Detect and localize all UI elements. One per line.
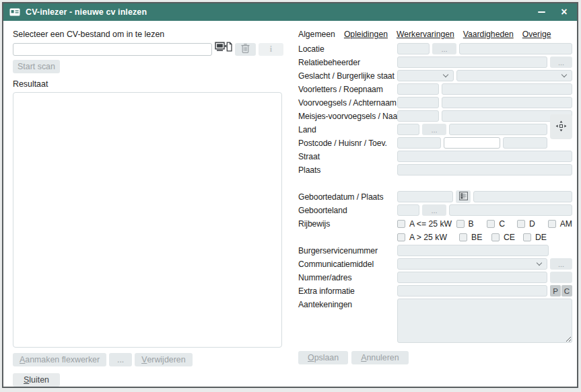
- checkbox-a-lte-25kw[interactable]: A <= 25 kW: [397, 219, 456, 229]
- move-address-button[interactable]: [550, 114, 572, 139]
- locatie-lookup-button[interactable]: ...: [432, 43, 456, 54]
- verwijderen-button[interactable]: Verwijderen: [135, 353, 192, 366]
- extra-informatie-c-button[interactable]: C: [561, 285, 572, 297]
- extra-informatie-p-button[interactable]: P: [550, 285, 561, 297]
- voorvoegsels-input[interactable]: [397, 97, 439, 108]
- plaats-input[interactable]: [397, 164, 572, 175]
- land-code-input[interactable]: [397, 124, 419, 135]
- checkbox-b[interactable]: B: [456, 219, 487, 229]
- field-row-communicatiemiddel: Communicatiemiddel ...: [298, 258, 572, 270]
- field-label-meisjesnaam: Meisjes-voorvoegsels / Naam: [298, 112, 397, 121]
- result-label: Resultaat: [13, 79, 283, 89]
- communicatiemiddel-select[interactable]: [397, 258, 547, 270]
- checkbox-de[interactable]: DE: [523, 233, 555, 242]
- browse-file-button[interactable]: [215, 42, 232, 56]
- checkbox-d[interactable]: D: [517, 219, 548, 229]
- select-file-label: Selecteer een CV-bestand om in te lezen: [13, 30, 283, 39]
- file-info-button[interactable]: i: [259, 43, 283, 56]
- footer-button-row: Opslaan Annuleren: [298, 351, 572, 364]
- checkbox-c[interactable]: C: [487, 219, 517, 229]
- chevron-down-icon: [537, 260, 542, 266]
- tab-algemeen[interactable]: Algemeen: [298, 30, 335, 39]
- huisnr-input[interactable]: [444, 137, 500, 149]
- field-label-postcode: Postcode / Huisnr / Toev.: [298, 139, 397, 148]
- sluiten-button[interactable]: Sluiten: [13, 373, 60, 387]
- straat-input[interactable]: [397, 151, 572, 162]
- cv-file-input[interactable]: [13, 43, 212, 56]
- chevron-down-icon: [443, 72, 448, 77]
- geboorteland-name-input[interactable]: [449, 204, 572, 216]
- toevoeging-input[interactable]: [503, 137, 547, 149]
- close-button[interactable]: ×: [558, 6, 570, 18]
- geboorteland-lookup-button[interactable]: ...: [422, 204, 446, 216]
- field-row-relatiebeheerder: Relatiebeheerder ...: [298, 56, 572, 68]
- voorletters-input[interactable]: [397, 83, 439, 95]
- field-row-postcode: Postcode / Huisnr / Toev.: [298, 137, 572, 149]
- nummer-adres-input[interactable]: [397, 272, 547, 283]
- field-label-voorletters: Voorletters / Roepnaam: [298, 85, 397, 94]
- minimize-button[interactable]: [535, 6, 547, 18]
- aanmaken-flexwerker-button[interactable]: Aanmaken flexwerker: [13, 353, 106, 366]
- land-name-input[interactable]: [449, 124, 547, 135]
- bsn-input[interactable]: [397, 245, 549, 256]
- field-label-land: Land: [298, 125, 397, 134]
- start-scan-button[interactable]: Start scan: [13, 60, 60, 73]
- nummer-adres-action-button[interactable]: [550, 272, 572, 283]
- spacer: [298, 178, 572, 191]
- checkbox-icon: [397, 220, 405, 228]
- tab-opleidingen[interactable]: Opleidingen: [344, 30, 388, 39]
- tab-werkervaringen[interactable]: Werkervaringen: [397, 30, 454, 39]
- field-label-straat: Straat: [298, 152, 397, 161]
- chevron-down-icon: [561, 72, 567, 77]
- field-label-relatiebeheerder: Relatiebeheerder: [298, 58, 397, 67]
- field-row-rijbewijs-2: A > 25 kW BE CE DE: [298, 231, 572, 243]
- more-options-button[interactable]: ...: [109, 353, 132, 366]
- field-label-nummer-adres: Nummer/adres: [298, 273, 397, 282]
- checkbox-icon: [397, 233, 405, 241]
- checkbox-icon: [523, 233, 531, 241]
- field-label-communicatiemiddel: Communicatiemiddel: [298, 260, 397, 269]
- tab-overige[interactable]: Overige: [522, 30, 551, 39]
- locatie-code-input[interactable]: [397, 43, 430, 54]
- checkbox-am[interactable]: AM: [548, 219, 572, 229]
- field-row-bsn: Burgerservicenummer: [298, 245, 572, 256]
- land-lookup-button[interactable]: ...: [422, 124, 446, 135]
- geboorteland-code-input[interactable]: [397, 204, 419, 216]
- burgerlijke-staat-select[interactable]: [456, 70, 572, 81]
- annuleren-button[interactable]: Annuleren: [351, 351, 409, 364]
- move-icon: [555, 120, 567, 134]
- field-row-voorvoegsels: Voorvoegsels / Achternaam: [298, 97, 572, 108]
- achternaam-input[interactable]: [442, 97, 572, 108]
- field-row-straat: Straat: [298, 151, 572, 162]
- field-row-aantekeningen: Aantekeningen: [298, 299, 572, 345]
- locatie-name-input[interactable]: [459, 43, 572, 54]
- geslacht-select[interactable]: [397, 70, 454, 81]
- checkbox-a-gt-25kw[interactable]: A > 25 kW: [397, 233, 459, 242]
- field-row-geboorteland: Geboorteland ...: [298, 204, 572, 216]
- field-label-rijbewijs: Rijbewijs: [298, 219, 397, 229]
- postcode-input[interactable]: [397, 137, 441, 149]
- geboortedatum-calendar-button[interactable]: [456, 190, 471, 203]
- monitor-document-icon: [215, 42, 232, 56]
- field-row-land: Land ...: [298, 124, 572, 135]
- info-icon: i: [270, 44, 272, 54]
- checkbox-be[interactable]: BE: [459, 233, 491, 242]
- communicatiemiddel-lookup-button[interactable]: ...: [550, 258, 572, 270]
- scan-result-area: [13, 92, 282, 348]
- extra-informatie-input[interactable]: [397, 285, 547, 297]
- relatiebeheerder-input[interactable]: [397, 56, 547, 68]
- checkbox-ce[interactable]: CE: [491, 233, 523, 242]
- field-label-plaats: Plaats: [298, 165, 397, 175]
- roepnaam-input[interactable]: [442, 83, 572, 95]
- aantekeningen-textarea[interactable]: [397, 299, 572, 343]
- minimize-icon: [538, 11, 545, 13]
- geboorteplaats-input[interactable]: [473, 191, 572, 202]
- geboortedatum-input[interactable]: [397, 191, 453, 202]
- tab-vaardigheden[interactable]: Vaardigheden: [463, 30, 514, 39]
- checkbox-icon: [487, 220, 495, 228]
- meisjes-voorvoegsels-input[interactable]: [397, 110, 439, 122]
- relatiebeheerder-lookup-button[interactable]: ...: [550, 56, 572, 68]
- titlebar: CV-inlezer - nieuwe cv inlezen ×: [3, 3, 577, 21]
- delete-file-button[interactable]: [235, 43, 256, 56]
- opslaan-button[interactable]: Opslaan: [298, 351, 348, 364]
